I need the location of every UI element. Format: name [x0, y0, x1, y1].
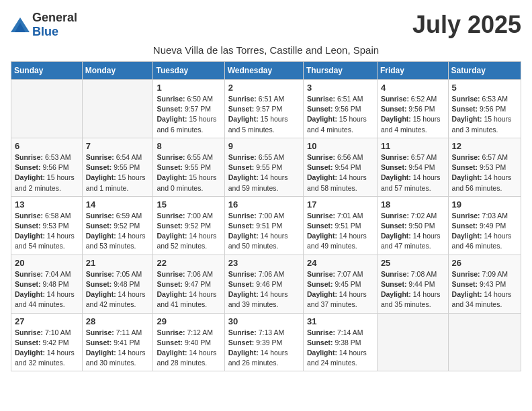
day-number: 27 [15, 316, 79, 326]
table-row: 12Sunrise: 6:57 AMSunset: 9:53 PMDayligh… [448, 138, 521, 196]
day-number: 20 [15, 258, 79, 268]
day-number: 24 [307, 258, 373, 268]
table-row: 22Sunrise: 7:06 AMSunset: 9:47 PMDayligh… [153, 255, 224, 313]
table-row: 5Sunrise: 6:53 AMSunset: 9:56 PMDaylight… [448, 80, 521, 138]
day-number: 15 [157, 199, 220, 210]
calendar-week-row: 6Sunrise: 6:53 AMSunset: 9:56 PMDaylight… [11, 138, 521, 196]
day-info: Sunrise: 7:14 AMSunset: 9:38 PMDaylight:… [307, 328, 373, 369]
day-number: 31 [307, 316, 373, 326]
day-info: Sunrise: 7:10 AMSunset: 9:42 PMDaylight:… [15, 328, 79, 369]
day-info: Sunrise: 6:51 AMSunset: 9:56 PMDaylight:… [307, 94, 373, 135]
day-info: Sunrise: 6:57 AMSunset: 9:54 PMDaylight:… [381, 152, 445, 193]
header-monday: Monday [82, 62, 153, 80]
table-row [82, 80, 153, 138]
table-row: 6Sunrise: 6:53 AMSunset: 9:56 PMDaylight… [11, 138, 83, 196]
title-section: July 2025 [412, 11, 521, 39]
day-info: Sunrise: 6:51 AMSunset: 9:57 PMDaylight:… [228, 94, 300, 135]
table-row [377, 313, 448, 371]
day-info: Sunrise: 6:52 AMSunset: 9:56 PMDaylight:… [381, 94, 445, 135]
day-info: Sunrise: 7:00 AMSunset: 9:51 PMDaylight:… [228, 211, 300, 252]
table-row: 14Sunrise: 6:59 AMSunset: 9:52 PMDayligh… [82, 196, 153, 255]
day-number: 18 [381, 199, 445, 210]
day-number: 5 [452, 83, 517, 93]
day-info: Sunrise: 6:55 AMSunset: 9:55 PMDaylight:… [157, 152, 220, 193]
table-row: 27Sunrise: 7:10 AMSunset: 9:42 PMDayligh… [11, 313, 83, 371]
table-row [11, 80, 83, 138]
day-info: Sunrise: 7:00 AMSunset: 9:52 PMDaylight:… [157, 211, 220, 252]
day-info: Sunrise: 7:05 AMSunset: 9:48 PMDaylight:… [86, 269, 150, 310]
table-row: 28Sunrise: 7:11 AMSunset: 9:41 PMDayligh… [82, 313, 153, 371]
logo-icon [11, 17, 30, 32]
day-number: 23 [228, 258, 300, 268]
day-info: Sunrise: 7:12 AMSunset: 9:40 PMDaylight:… [157, 328, 220, 369]
table-row: 13Sunrise: 6:58 AMSunset: 9:53 PMDayligh… [11, 196, 83, 255]
calendar-header-row: Sunday Monday Tuesday Wednesday Thursday… [11, 62, 521, 80]
header-wednesday: Wednesday [224, 62, 303, 80]
day-info: Sunrise: 6:53 AMSunset: 9:56 PMDaylight:… [452, 94, 517, 135]
day-number: 2 [228, 83, 300, 93]
table-row: 10Sunrise: 6:56 AMSunset: 9:54 PMDayligh… [303, 138, 377, 196]
table-row: 3Sunrise: 6:51 AMSunset: 9:56 PMDaylight… [303, 80, 377, 138]
table-row: 9Sunrise: 6:55 AMSunset: 9:55 PMDaylight… [224, 138, 303, 196]
logo-general: General [32, 11, 77, 24]
day-info: Sunrise: 7:07 AMSunset: 9:45 PMDaylight:… [307, 269, 373, 310]
day-number: 21 [86, 258, 150, 268]
day-info: Sunrise: 6:59 AMSunset: 9:52 PMDaylight:… [86, 211, 150, 252]
day-number: 7 [86, 141, 150, 151]
day-number: 9 [228, 141, 300, 151]
day-info: Sunrise: 6:50 AMSunset: 9:57 PMDaylight:… [157, 94, 220, 135]
calendar-week-row: 13Sunrise: 6:58 AMSunset: 9:53 PMDayligh… [11, 196, 521, 255]
day-number: 16 [228, 199, 300, 210]
header-thursday: Thursday [303, 62, 377, 80]
table-row: 18Sunrise: 7:02 AMSunset: 9:50 PMDayligh… [377, 196, 448, 255]
day-number: 12 [452, 141, 517, 151]
table-row: 30Sunrise: 7:13 AMSunset: 9:39 PMDayligh… [224, 313, 303, 371]
page-header: General Blue July 2025 [11, 11, 521, 39]
day-number: 29 [157, 316, 220, 326]
day-number: 8 [157, 141, 220, 151]
day-info: Sunrise: 7:03 AMSunset: 9:49 PMDaylight:… [452, 211, 517, 252]
table-row: 19Sunrise: 7:03 AMSunset: 9:49 PMDayligh… [448, 196, 521, 255]
day-info: Sunrise: 6:54 AMSunset: 9:55 PMDaylight:… [86, 152, 150, 193]
table-row: 2Sunrise: 6:51 AMSunset: 9:57 PMDaylight… [224, 80, 303, 138]
calendar-week-row: 27Sunrise: 7:10 AMSunset: 9:42 PMDayligh… [11, 313, 521, 371]
table-row: 1Sunrise: 6:50 AMSunset: 9:57 PMDaylight… [153, 80, 224, 138]
subtitle: Nueva Villa de las Torres, Castille and … [11, 44, 521, 56]
table-row: 11Sunrise: 6:57 AMSunset: 9:54 PMDayligh… [377, 138, 448, 196]
day-number: 3 [307, 83, 373, 93]
header-sunday: Sunday [11, 62, 83, 80]
header-saturday: Saturday [448, 62, 521, 80]
calendar-week-row: 1Sunrise: 6:50 AMSunset: 9:57 PMDaylight… [11, 80, 521, 138]
header-tuesday: Tuesday [153, 62, 224, 80]
day-info: Sunrise: 6:53 AMSunset: 9:56 PMDaylight:… [15, 152, 79, 193]
table-row [448, 313, 521, 371]
table-row: 25Sunrise: 7:08 AMSunset: 9:44 PMDayligh… [377, 255, 448, 313]
day-number: 26 [452, 258, 517, 268]
day-info: Sunrise: 7:04 AMSunset: 9:48 PMDaylight:… [15, 269, 79, 310]
table-row: 21Sunrise: 7:05 AMSunset: 9:48 PMDayligh… [82, 255, 153, 313]
day-number: 11 [381, 141, 445, 151]
day-number: 28 [86, 316, 150, 326]
day-number: 13 [15, 199, 79, 210]
day-info: Sunrise: 7:06 AMSunset: 9:47 PMDaylight:… [157, 269, 220, 310]
day-number: 10 [307, 141, 373, 151]
day-number: 1 [157, 83, 220, 93]
table-row: 15Sunrise: 7:00 AMSunset: 9:52 PMDayligh… [153, 196, 224, 255]
table-row: 8Sunrise: 6:55 AMSunset: 9:55 PMDaylight… [153, 138, 224, 196]
day-number: 6 [15, 141, 79, 151]
day-info: Sunrise: 7:11 AMSunset: 9:41 PMDaylight:… [86, 328, 150, 369]
calendar-table: Sunday Monday Tuesday Wednesday Thursday… [11, 61, 521, 371]
day-info: Sunrise: 6:56 AMSunset: 9:54 PMDaylight:… [307, 152, 373, 193]
day-number: 14 [86, 199, 150, 210]
day-info: Sunrise: 6:58 AMSunset: 9:53 PMDaylight:… [15, 211, 79, 252]
table-row: 23Sunrise: 7:06 AMSunset: 9:46 PMDayligh… [224, 255, 303, 313]
day-number: 22 [157, 258, 220, 268]
table-row: 4Sunrise: 6:52 AMSunset: 9:56 PMDaylight… [377, 80, 448, 138]
table-row: 17Sunrise: 7:01 AMSunset: 9:51 PMDayligh… [303, 196, 377, 255]
day-number: 25 [381, 258, 445, 268]
logo: General Blue [11, 11, 77, 39]
table-row: 26Sunrise: 7:09 AMSunset: 9:43 PMDayligh… [448, 255, 521, 313]
day-number: 17 [307, 199, 373, 210]
day-info: Sunrise: 7:13 AMSunset: 9:39 PMDaylight:… [228, 328, 300, 369]
table-row: 16Sunrise: 7:00 AMSunset: 9:51 PMDayligh… [224, 196, 303, 255]
